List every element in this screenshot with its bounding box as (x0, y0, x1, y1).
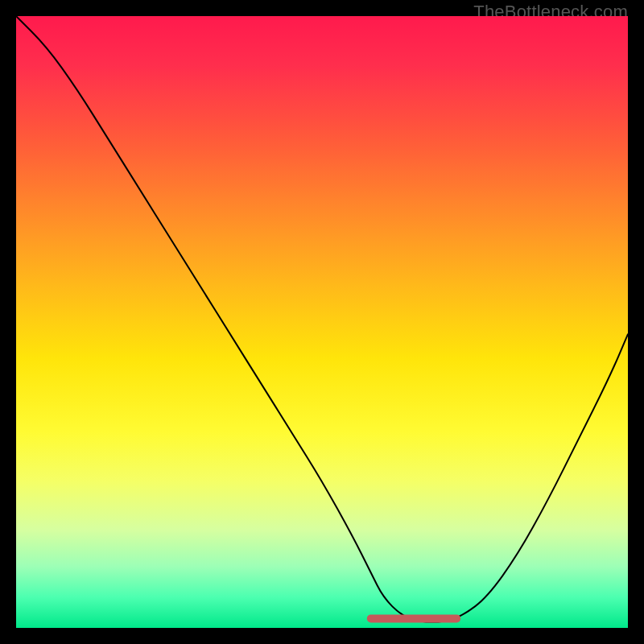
curve-svg (16, 16, 628, 628)
chart-frame: TheBottleneck.com (0, 0, 644, 644)
bottleneck-curve (16, 16, 628, 621)
plot-area (16, 16, 628, 628)
